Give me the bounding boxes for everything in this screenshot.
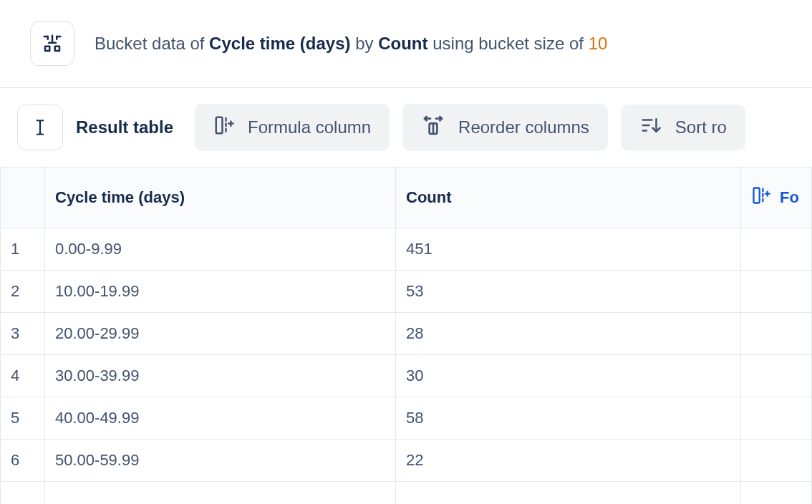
count-cell: 53	[396, 271, 741, 313]
cycle-cell: 50.00-59.99	[45, 440, 396, 482]
count-cell: 451	[396, 228, 741, 271]
sort-rows-label: Sort ro	[675, 117, 727, 137]
table-row[interactable]: 540.00-49.9958	[1, 397, 812, 440]
count-cell: 58	[396, 397, 741, 440]
count-cell: 30	[396, 355, 741, 397]
table-row[interactable]: 210.00-19.9953	[1, 271, 812, 313]
reorder-columns-icon	[421, 114, 445, 141]
row-number: 2	[1, 271, 45, 313]
formula-cell	[741, 228, 812, 271]
bucket-header: Bucket data of Cycle time (days) by Coun…	[0, 0, 812, 88]
row-number: 3	[1, 313, 45, 355]
svg-rect-0	[216, 117, 223, 134]
table-row[interactable]: 10.00-9.99451	[1, 228, 812, 271]
formula-column-label: Formula column	[248, 117, 371, 137]
empty-cell	[741, 482, 812, 505]
column-header-cycle[interactable]: Cycle time (days)	[45, 168, 396, 228]
formula-add-icon	[751, 185, 771, 210]
formula-column-button[interactable]: Formula column	[195, 104, 390, 151]
count-cell: 22	[396, 440, 741, 482]
row-number: 6	[1, 440, 45, 482]
desc-bucket-size: 10	[589, 34, 608, 53]
formula-cell	[741, 313, 812, 355]
row-number: 1	[1, 228, 45, 271]
toolbar: Result table Formula column Reorder colu…	[0, 88, 812, 167]
formula-column-icon	[213, 114, 235, 141]
cycle-cell: 40.00-49.99	[45, 397, 396, 440]
desc-prefix: Bucket data of	[95, 34, 209, 53]
desc-by-field: Count	[378, 34, 427, 53]
formula-cell	[741, 355, 812, 397]
row-number: 4	[1, 355, 45, 397]
cycle-cell: 20.00-29.99	[45, 313, 396, 355]
cycle-cell: 0.00-9.99	[45, 228, 396, 271]
table-row[interactable]	[1, 482, 812, 505]
desc-using: using bucket size of	[428, 34, 589, 53]
row-number: 5	[1, 397, 45, 440]
bucket-icon	[30, 21, 74, 66]
empty-cell	[1, 482, 45, 505]
table-row[interactable]: 430.00-39.9930	[1, 355, 812, 397]
bucket-description: Bucket data of Cycle time (days) by Coun…	[95, 32, 607, 54]
svg-rect-2	[754, 188, 760, 203]
reorder-columns-label: Reorder columns	[458, 117, 589, 137]
cycle-cell: 10.00-19.99	[45, 271, 396, 313]
column-header-count[interactable]: Count	[396, 168, 741, 228]
empty-cell	[45, 482, 396, 505]
desc-field: Cycle time (days)	[209, 34, 350, 53]
column-header-add-formula[interactable]: Fo	[741, 168, 812, 228]
count-cell: 28	[396, 313, 741, 355]
result-table-label: Result table	[76, 117, 173, 137]
formula-cell	[741, 397, 812, 440]
empty-cell	[396, 482, 741, 505]
table-row[interactable]: 650.00-59.9922	[1, 440, 812, 482]
text-cursor-button[interactable]	[17, 105, 63, 150]
table-row[interactable]: 320.00-29.9928	[1, 313, 812, 355]
sort-rows-button[interactable]: Sort ro	[621, 105, 745, 150]
formula-cell	[741, 440, 812, 482]
sort-rows-icon	[639, 115, 662, 140]
formula-cell	[741, 271, 812, 313]
reorder-columns-button[interactable]: Reorder columns	[402, 104, 608, 151]
result-table: Cycle time (days) Count Fo	[0, 167, 812, 504]
desc-by-word: by	[351, 34, 379, 53]
row-number-header	[1, 168, 45, 228]
formula-add-label: Fo	[780, 188, 799, 207]
cycle-cell: 30.00-39.99	[45, 355, 396, 397]
